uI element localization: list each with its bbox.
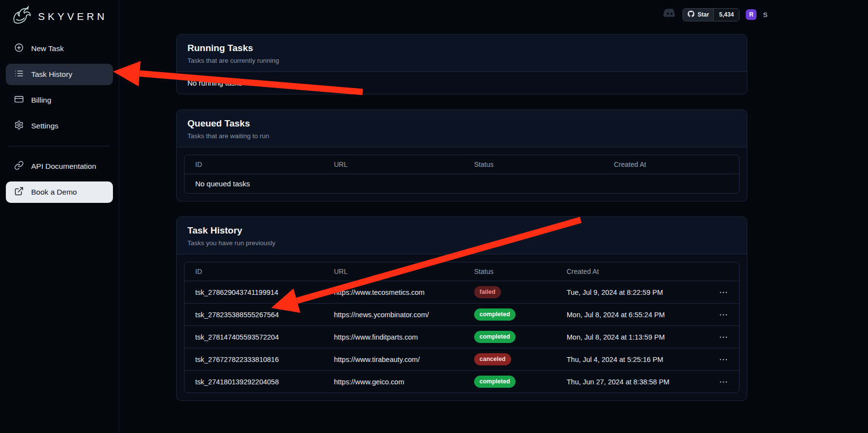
task-url: https://news.ycombinator.com/ bbox=[334, 311, 474, 319]
row-actions-button[interactable]: ⋯ bbox=[709, 287, 728, 298]
task-history-title: Task History bbox=[187, 225, 736, 236]
queued-tasks-table: ID URL Status Created At No queued tasks bbox=[184, 155, 739, 194]
table-row[interactable]: tsk_276727822333810816 https://www.tirab… bbox=[185, 348, 739, 370]
table-row[interactable]: tsk_278147405593572204 https://www.findi… bbox=[185, 325, 739, 348]
task-created-at: Tue, Jul 9, 2024 at 8:22:59 PM bbox=[567, 289, 709, 296]
status-badge: completed bbox=[474, 331, 516, 343]
running-tasks-subtitle: Tasks that are currently running bbox=[187, 57, 736, 64]
column-header-url: URL bbox=[334, 268, 474, 275]
github-star-button[interactable]: Star 5,434 bbox=[683, 8, 739, 21]
task-created-at: Mon, Jul 8, 2024 at 6:55:24 PM bbox=[567, 311, 709, 319]
row-actions-button[interactable]: ⋯ bbox=[709, 354, 728, 365]
sidebar-item-api-documentation[interactable]: API Documentation bbox=[6, 156, 113, 177]
column-header-created-at: Created At bbox=[567, 268, 709, 275]
task-history-subtitle: Tasks you have run previously bbox=[187, 239, 736, 247]
sidebar-item-task-history[interactable]: Task History bbox=[6, 64, 113, 85]
task-history-card: Task History Tasks you have run previous… bbox=[176, 216, 747, 401]
queued-table-header: ID URL Status Created At bbox=[185, 155, 739, 174]
status-badge: completed bbox=[474, 308, 516, 320]
discord-icon[interactable] bbox=[663, 9, 676, 20]
status-badge: completed bbox=[474, 376, 516, 387]
row-actions-button[interactable]: ⋯ bbox=[709, 377, 728, 387]
table-row[interactable]: tsk_274180139292204058 https://www.geico… bbox=[185, 370, 739, 393]
task-id: tsk_274180139292204058 bbox=[195, 378, 334, 386]
task-id: tsk_278235388555267564 bbox=[195, 311, 334, 319]
table-row[interactable]: tsk_278235388555267564 https://news.ycom… bbox=[185, 303, 739, 325]
skyvern-dragon-icon bbox=[12, 6, 33, 27]
task-created-at: Mon, Jul 8, 2024 at 1:13:59 PM bbox=[567, 333, 709, 341]
queued-tasks-subtitle: Tasks that are waiting to run bbox=[187, 132, 736, 140]
sidebar-item-label: Settings bbox=[31, 122, 58, 130]
sidebar-item-book-a-demo[interactable]: Book a Demo bbox=[6, 181, 113, 203]
status-badge: failed bbox=[474, 286, 501, 298]
task-id: tsk_278147405593572204 bbox=[195, 333, 334, 341]
task-id: tsk_276727822333810816 bbox=[195, 356, 334, 363]
task-created-at: Thu, Jun 27, 2024 at 8:38:58 PM bbox=[567, 378, 709, 386]
task-id: tsk_278629043741199914 bbox=[195, 289, 334, 296]
task-url: https://www.tirabeauty.com/ bbox=[334, 356, 474, 363]
topbar: Star 5,434 R S bbox=[663, 8, 767, 21]
credit-card-icon bbox=[14, 94, 24, 106]
sidebar-item-label: Book a Demo bbox=[31, 188, 77, 197]
sidebar: SKYVERN New Task Task History bbox=[0, 0, 119, 433]
logo-text: SKYVERN bbox=[38, 11, 107, 22]
list-icon bbox=[14, 69, 24, 80]
task-history-header: Task History Tasks you have run previous… bbox=[177, 217, 747, 254]
github-octocat-icon bbox=[687, 10, 695, 19]
status-badge: canceled bbox=[474, 353, 511, 365]
running-tasks-empty: No running tasks bbox=[177, 72, 747, 94]
sidebar-item-new-task[interactable]: New Task bbox=[6, 38, 113, 59]
column-header-id: ID bbox=[195, 161, 334, 168]
task-url: https://www.geico.com bbox=[334, 378, 474, 386]
gear-icon bbox=[14, 120, 24, 132]
queued-tasks-empty: No queued tasks bbox=[185, 174, 739, 193]
sidebar-item-label: New Task bbox=[31, 44, 64, 53]
task-url: https://www.finditparts.com bbox=[334, 333, 474, 341]
running-tasks-title: Running Tasks bbox=[187, 43, 736, 54]
skyvern-dashboard: { "sidebar": { "logo_text": "SKYVERN", "… bbox=[0, 0, 868, 433]
running-tasks-header: Running Tasks Tasks that are currently r… bbox=[177, 35, 747, 72]
task-created-at: Thu, Jul 4, 2024 at 5:25:16 PM bbox=[567, 356, 709, 363]
task-history-table: ID URL Status Created At tsk_27862904374… bbox=[184, 262, 739, 393]
sidebar-divider bbox=[9, 146, 110, 146]
sidebar-item-billing[interactable]: Billing bbox=[6, 90, 113, 111]
avatar[interactable]: R bbox=[746, 9, 757, 20]
username-label: S bbox=[763, 11, 767, 18]
queued-tasks-header: Queued Tasks Tasks that are waiting to r… bbox=[177, 110, 747, 147]
column-header-created-at: Created At bbox=[614, 161, 728, 168]
column-header-status: Status bbox=[474, 161, 614, 168]
row-actions-button[interactable]: ⋯ bbox=[709, 332, 728, 343]
table-row[interactable]: tsk_278629043741199914 https://www.tecos… bbox=[185, 281, 739, 303]
sidebar-item-label: API Documentation bbox=[31, 162, 96, 171]
sidebar-item-label: Task History bbox=[31, 70, 72, 79]
plus-circle-icon bbox=[14, 43, 24, 54]
queued-tasks-card: Queued Tasks Tasks that are waiting to r… bbox=[176, 109, 747, 201]
main-content: Running Tasks Tasks that are currently r… bbox=[176, 34, 747, 416]
sidebar-nav: New Task Task History Billing bbox=[0, 38, 119, 203]
history-table-header: ID URL Status Created At bbox=[185, 262, 739, 281]
task-url: https://www.tecosmetics.com bbox=[334, 289, 474, 296]
running-tasks-card: Running Tasks Tasks that are currently r… bbox=[176, 34, 747, 94]
column-header-url: URL bbox=[334, 161, 474, 168]
github-star-count: 5,434 bbox=[713, 9, 739, 21]
external-link-icon bbox=[14, 186, 24, 198]
link-icon bbox=[14, 161, 24, 172]
row-actions-button[interactable]: ⋯ bbox=[709, 309, 728, 320]
column-header-id: ID bbox=[195, 268, 334, 275]
skyvern-logo[interactable]: SKYVERN bbox=[0, 0, 119, 27]
sidebar-item-settings[interactable]: Settings bbox=[6, 115, 113, 137]
sidebar-item-label: Billing bbox=[31, 96, 51, 105]
queued-tasks-title: Queued Tasks bbox=[187, 118, 736, 129]
column-header-status: Status bbox=[474, 268, 567, 275]
github-star-label: Star bbox=[698, 11, 709, 18]
